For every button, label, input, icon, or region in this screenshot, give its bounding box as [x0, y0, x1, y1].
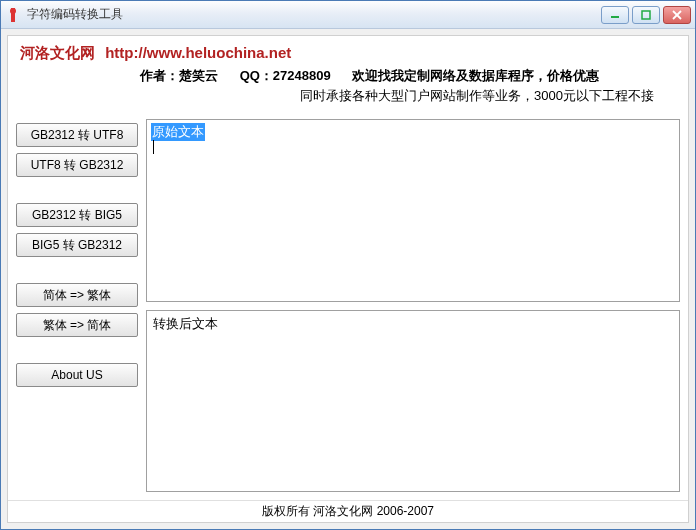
source-textarea[interactable]	[147, 120, 679, 301]
svg-rect-3	[642, 11, 650, 19]
source-textbox: 原始文本	[146, 119, 680, 302]
app-window: 字符编码转换工具 河洛文化网 http://www.heluochina.net…	[0, 0, 696, 530]
author-name: 楚笑云	[179, 68, 218, 83]
site-url: http://www.heluochina.net	[105, 44, 291, 61]
footer: 版权所有 河洛文化网 2006-2007	[8, 500, 688, 522]
maximize-button[interactable]	[632, 6, 660, 24]
author-label: 作者：	[140, 68, 179, 83]
sidebar: GB2312 转 UTF8 UTF8 转 GB2312 GB2312 转 BIG…	[16, 119, 138, 492]
qq-number: 27248809	[273, 68, 331, 83]
traditional-to-simplified-button[interactable]: 繁体 => 简体	[16, 313, 138, 337]
client-area: 河洛文化网 http://www.heluochina.net 作者：楚笑云 Q…	[7, 35, 689, 523]
about-button[interactable]: About US	[16, 363, 138, 387]
spacer	[16, 263, 138, 277]
spacer	[16, 183, 138, 197]
titlebar: 字符编码转换工具	[1, 1, 695, 29]
result-textarea[interactable]	[147, 311, 679, 492]
app-icon	[5, 7, 21, 23]
result-textbox	[146, 310, 680, 493]
copyright: 版权所有 河洛文化网 2006-2007	[262, 503, 434, 520]
utf8-to-gb2312-button[interactable]: UTF8 转 GB2312	[16, 153, 138, 177]
site-heading: 河洛文化网 http://www.heluochina.net	[20, 44, 676, 63]
big5-to-gb2312-button[interactable]: BIG5 转 GB2312	[16, 233, 138, 257]
window-title: 字符编码转换工具	[27, 6, 601, 23]
header: 河洛文化网 http://www.heluochina.net 作者：楚笑云 Q…	[8, 36, 688, 111]
gb2312-to-utf8-button[interactable]: GB2312 转 UTF8	[16, 123, 138, 147]
header-line2: 作者：楚笑云 QQ：27248809 欢迎找我定制网络及数据库程序，价格优惠	[20, 67, 676, 85]
spacer	[16, 343, 138, 357]
content: GB2312 转 UTF8 UTF8 转 GB2312 GB2312 转 BIG…	[8, 111, 688, 500]
window-controls	[601, 6, 691, 24]
gb2312-to-big5-button[interactable]: GB2312 转 BIG5	[16, 203, 138, 227]
header-subline: 同时承接各种大型门户网站制作等业务，3000元以下工程不接	[20, 87, 676, 105]
simplified-to-traditional-button[interactable]: 简体 => 繁体	[16, 283, 138, 307]
qq-label: QQ：	[240, 68, 273, 83]
tagline: 欢迎找我定制网络及数据库程序，价格优惠	[352, 68, 599, 83]
minimize-button[interactable]	[601, 6, 629, 24]
panes: 原始文本	[146, 119, 680, 492]
svg-point-1	[10, 8, 16, 14]
site-name: 河洛文化网	[20, 44, 95, 61]
close-button[interactable]	[663, 6, 691, 24]
